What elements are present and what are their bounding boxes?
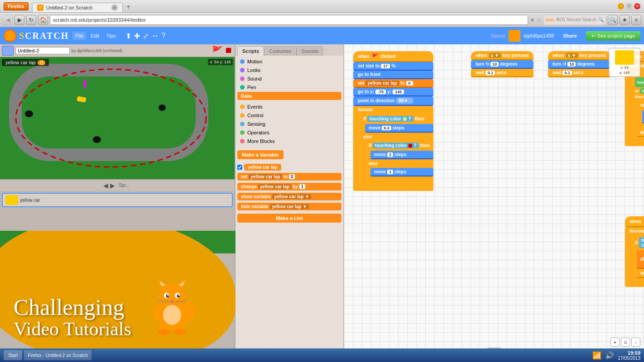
category-control[interactable]: Control xyxy=(237,111,341,119)
change-block[interactable]: change yellow car lap by 1 xyxy=(237,183,341,191)
stage-expand-right[interactable]: ▶ xyxy=(110,182,115,189)
variable-block[interactable]: yellow car lap xyxy=(244,164,281,171)
make-variable-button[interactable]: Make a Variable xyxy=(237,150,284,159)
wait-01b-block[interactable]: wait 0.1 secs xyxy=(548,69,610,77)
bookmark-star2[interactable]: ☆ xyxy=(537,17,542,23)
sprite-thumbnail xyxy=(2,46,14,56)
move-1-block[interactable]: move 1 steps xyxy=(370,168,433,176)
show-variable-block[interactable]: show variable yellow car lap ▼ xyxy=(237,193,341,200)
address-bar[interactable]: scratch.mit.edu/projects/10283344/#edito… xyxy=(50,15,528,25)
move-03-block[interactable]: move 0.3 steps xyxy=(365,124,433,133)
forward-button[interactable]: ▶ xyxy=(14,15,24,25)
turn-36-block[interactable]: turn ↻ 36 degrees xyxy=(642,110,644,124)
wait-05-block[interactable]: wait 0.5 secs xyxy=(637,129,644,137)
move-2-block[interactable]: move 2 steps xyxy=(370,151,433,159)
turn-ccw-block[interactable]: turn ↺ 10 degrees xyxy=(548,60,610,69)
category-sensing[interactable]: Sensing xyxy=(237,120,341,128)
turn-cw-block[interactable]: turn ↻ 10 degrees xyxy=(471,60,533,69)
sprite-viewer-panel: x: 54 y: 145 xyxy=(609,48,640,77)
wait-1-block[interactable]: wait 1 secs xyxy=(637,269,644,278)
user-avatar xyxy=(509,30,520,42)
file-menu[interactable]: File xyxy=(72,32,86,40)
bookmarks-button[interactable]: ★ xyxy=(620,15,630,25)
taskbar-browser-label: Firefox - Untitled-2 on Scratch xyxy=(28,353,88,358)
sprite-item-car[interactable]: yellow car xyxy=(2,193,233,207)
variable-checkbox[interactable] xyxy=(237,165,242,170)
stop-button[interactable]: ⏹ xyxy=(225,46,233,55)
hide-variable-block[interactable]: hide variable yellow car lap ▼ xyxy=(237,203,341,210)
repeat-block[interactable]: repeat 10 turn ↻ 36 degrees xyxy=(637,101,644,128)
wait-01-block[interactable]: wait 0.1 secs xyxy=(471,69,533,77)
menu-button[interactable]: ≡ xyxy=(631,15,641,25)
find-button[interactable]: 🔍 xyxy=(608,15,618,25)
set-size-block[interactable]: set size to 17 % xyxy=(353,62,433,71)
category-motion[interactable]: Motion xyxy=(237,57,341,66)
category-operators[interactable]: Operators xyxy=(237,129,341,137)
if-pink-block[interactable]: if touching color ? then change yellow c… xyxy=(631,236,644,282)
bookmark-star[interactable]: ★ xyxy=(530,17,535,23)
sensing-dot xyxy=(240,122,245,126)
if-touch-color-block[interactable]: if touching color ? then move 0.3 steps … xyxy=(360,114,433,186)
edit-menu[interactable]: Edit xyxy=(88,32,102,40)
category-pen[interactable]: Pen xyxy=(237,83,341,91)
forever-block-5[interactable]: forever if touching color ? then change … xyxy=(625,227,644,287)
see-project-button[interactable]: ↩ See project page xyxy=(586,31,640,41)
if-pink-cap xyxy=(631,279,644,282)
category-data[interactable]: Data xyxy=(237,92,341,100)
point-direction-block[interactable]: point in direction 90▼ xyxy=(353,96,433,106)
tab-scripts[interactable]: Scripts xyxy=(237,46,264,56)
scratch-logo-text: SCRATCH xyxy=(19,31,69,41)
video-text: Challenging Video Tutorials xyxy=(14,296,131,339)
set-var-block[interactable]: set yellow car lap to 0 xyxy=(353,79,433,88)
back-button[interactable]: ◀ xyxy=(3,15,13,25)
home-button[interactable]: 🏠 xyxy=(38,15,48,25)
expand-icon[interactable]: ⤢ xyxy=(143,32,149,40)
start-button[interactable]: Start xyxy=(4,350,22,360)
firefox-button[interactable]: Firefox xyxy=(4,2,29,10)
make-list-button[interactable]: Make a List xyxy=(237,214,341,223)
zoom-out-button[interactable]: - xyxy=(631,338,640,347)
go-to-xy-block[interactable]: go to x: -70 y: 145 xyxy=(353,88,433,96)
new-tab-button[interactable]: + xyxy=(123,1,134,12)
hat-when-clicked-1[interactable]: when 🚩 clicked xyxy=(353,51,433,62)
tab-bar: S Untitled-2 on Scratch ✕ + xyxy=(30,0,136,12)
avg-search-bar[interactable]: AVG AVG Secure Search 🔍 xyxy=(543,15,606,25)
tab-close-button[interactable]: ✕ xyxy=(111,5,118,11)
refresh-button[interactable]: ↻ xyxy=(26,15,36,25)
hat-key-s-left[interactable]: when s ▼ key pressed xyxy=(548,51,610,60)
tips-menu[interactable]: Tips xyxy=(104,32,118,40)
finish-line xyxy=(84,80,86,88)
change-lap-block[interactable]: change yellow car lap by 1 xyxy=(637,250,644,269)
help-icon[interactable]: ? xyxy=(161,32,165,40)
tab-costumes[interactable]: Costumes xyxy=(264,46,297,56)
forever-block-1[interactable]: forever if touching color ? then move 0.… xyxy=(353,106,433,191)
forever-body-1: if touching color ? then move 0.3 steps … xyxy=(360,114,433,187)
hat-when-clicked-5[interactable]: when 🚩 clicked xyxy=(625,216,644,227)
maximize-button[interactable]: □ xyxy=(626,3,632,10)
zoom-fit-button[interactable]: = xyxy=(621,338,630,347)
category-events[interactable]: Events xyxy=(237,103,341,111)
expand2-icon[interactable]: ↔ xyxy=(151,32,159,40)
minimize-button[interactable]: ─ xyxy=(618,3,624,10)
category-sound[interactable]: Sound xyxy=(237,75,341,83)
import-icon[interactable]: ⬆ xyxy=(125,32,131,40)
green-flag-button[interactable]: 🚩 xyxy=(211,45,223,56)
share-button[interactable]: Share xyxy=(557,31,582,40)
if-oilslick-block[interactable]: if touching oilslick1 ▼ ? or touching oi… xyxy=(631,71,644,142)
hat-key-s-right[interactable]: when s ▼ key pressed xyxy=(471,51,533,60)
script-canvas[interactable]: when 🚩 clicked set size to 17 % go to fr… xyxy=(344,44,644,350)
set-block[interactable]: set yellow car lap to 0 xyxy=(237,173,341,181)
close-button[interactable]: ✕ xyxy=(634,3,640,10)
svg-point-13 xyxy=(171,300,173,302)
category-looks[interactable]: Looks xyxy=(237,66,341,74)
tab-sounds[interactable]: Sounds xyxy=(297,46,323,56)
add-icon[interactable]: ✚ xyxy=(134,32,140,40)
if-red-block[interactable]: if touching color ? then move 2 steps el… xyxy=(365,141,433,181)
project-name-input[interactable]: Untitled-2 xyxy=(15,47,70,54)
active-tab[interactable]: S Untitled-2 on Scratch ✕ xyxy=(32,3,123,12)
category-more-blocks[interactable]: More Blocks xyxy=(237,137,341,145)
stage-expand-left[interactable]: ◀ xyxy=(103,182,108,189)
taskbar-browser-item[interactable]: Firefox - Untitled-2 on Scratch xyxy=(24,350,91,360)
go-to-front-block[interactable]: go to front xyxy=(353,71,433,79)
zoom-in-button[interactable]: + xyxy=(610,338,620,347)
